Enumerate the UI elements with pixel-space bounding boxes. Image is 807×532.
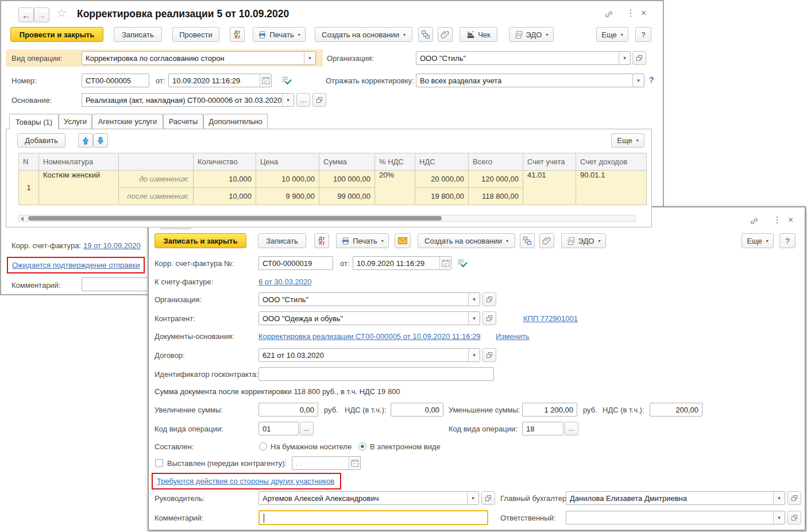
reflect-help-icon[interactable]: ?: [649, 75, 654, 84]
close-icon[interactable]: ×: [788, 215, 793, 225]
head-select[interactable]: Артемов Алексей Александрович ▾: [258, 491, 479, 505]
cell-total-after[interactable]: 118 800,00: [469, 188, 523, 205]
cell-sum-before[interactable]: 100 000,00: [319, 171, 375, 188]
tab-services[interactable]: Услуги: [59, 114, 92, 129]
cell-account[interactable]: 41.01: [523, 171, 576, 205]
chevron-down-icon[interactable]: ▾: [468, 293, 480, 306]
table-row[interactable]: 1 Костюм женский до изменения: 10,000 10…: [19, 171, 647, 188]
number-input[interactable]: СТ00-000005: [82, 74, 149, 87]
date-input[interactable]: 10.09.2020 11:16:29: [168, 74, 272, 87]
chevron-down-icon[interactable]: ▾: [773, 492, 785, 504]
send-email-button[interactable]: [395, 233, 411, 248]
basis-select[interactable]: Реализация (акт, накладная) СТ00-000006 …: [82, 93, 294, 107]
chevron-down-icon[interactable]: ▾: [467, 492, 478, 504]
basis-document-link[interactable]: Корректировка реализации СТ00-000005 от …: [258, 332, 481, 341]
chevron-down-icon[interactable]: ▾: [304, 52, 315, 64]
print-button[interactable]: Печать▾: [253, 27, 306, 42]
chevron-down-icon[interactable]: ▾: [282, 94, 294, 106]
radio-electronic[interactable]: [358, 442, 366, 450]
op-code-decrease-choose-button[interactable]: ...: [565, 422, 578, 435]
counterparty-select[interactable]: ООО "Одежда и обувь" ▾: [258, 311, 480, 325]
window-menu-dots-icon[interactable]: ⋮: [773, 215, 782, 225]
more-button[interactable]: Еще▾: [742, 233, 774, 248]
cell-vat-before[interactable]: 20 000,00: [415, 171, 469, 188]
related-documents-button[interactable]: [520, 233, 535, 248]
horizontal-scrollbar[interactable]: [18, 215, 636, 222]
save-and-close-button[interactable]: Записать и закрыть: [155, 233, 246, 248]
help-button[interactable]: ?: [635, 27, 651, 42]
chief-accountant-open-button[interactable]: [787, 491, 801, 505]
scroll-left-icon[interactable]: [21, 217, 24, 221]
window-menu-dots-icon[interactable]: ⋮: [626, 9, 635, 18]
list-more-button[interactable]: Еще▾: [611, 133, 644, 148]
to-invoice-link[interactable]: 6 от 30.03.2020: [258, 277, 311, 286]
vat-incl-increase-input[interactable]: 0,00: [391, 403, 443, 417]
cell-price-after[interactable]: 9 900,00: [256, 188, 319, 205]
help-button[interactable]: ?: [779, 233, 796, 248]
comment-input[interactable]: [258, 510, 488, 525]
add-row-button[interactable]: Добавить: [17, 133, 65, 148]
increase-sum-input[interactable]: 0,00: [258, 403, 318, 417]
chevron-down-icon[interactable]: ▾: [468, 349, 480, 361]
get-link-icon[interactable]: [750, 217, 759, 226]
operation-type-select[interactable]: Корректировка по согласованию сторон ▾: [82, 51, 316, 65]
corr-invoice-link[interactable]: 19 от 10.09.2020: [83, 241, 141, 250]
print-button[interactable]: Печать▾: [336, 233, 389, 248]
contract-select[interactable]: 621 от 10.03.2020 ▾: [258, 348, 480, 362]
edo-button[interactable]: ЭДО▾: [509, 27, 554, 42]
post-button[interactable]: Провести: [172, 27, 219, 42]
chevron-down-icon[interactable]: ▾: [773, 511, 785, 524]
date-input[interactable]: 10.09.2020 11:16:29: [353, 256, 451, 270]
related-documents-button[interactable]: [418, 27, 433, 42]
issued-checkbox[interactable]: [155, 459, 163, 467]
contract-open-button[interactable]: [482, 348, 496, 362]
save-button[interactable]: Записать: [258, 233, 306, 248]
post-and-close-button[interactable]: Провести и закрыть: [10, 27, 103, 42]
organization-select[interactable]: ООО "Стиль" ▾: [416, 51, 631, 65]
cell-price-before[interactable]: 10 000,00: [256, 171, 319, 188]
responsible-select[interactable]: ▾: [566, 511, 785, 525]
show-postings-button[interactable]: ДтКт: [314, 233, 329, 248]
cell-vat-after[interactable]: 19 800,00: [415, 188, 469, 205]
set-posted-status-button[interactable]: [456, 257, 468, 269]
chevron-down-icon[interactable]: ▾: [632, 74, 644, 87]
change-basis-link[interactable]: Изменить: [496, 332, 530, 341]
edo-status-link[interactable]: Ожидается подтверждение отправки: [12, 261, 140, 269]
tab-additional[interactable]: Дополнительно: [203, 114, 268, 129]
kpp-link[interactable]: КПП 772901001: [523, 314, 578, 323]
op-code-increase-choose-button[interactable]: ...: [300, 422, 314, 435]
tab-goods[interactable]: Товары (1): [9, 114, 59, 129]
gov-contract-id-input[interactable]: [258, 367, 494, 381]
chevron-down-icon[interactable]: ▾: [619, 52, 630, 64]
calendar-button[interactable]: [439, 257, 451, 269]
cell-total-before[interactable]: 120 000,00: [469, 171, 523, 188]
get-link-icon[interactable]: [604, 10, 613, 19]
counterparty-open-button[interactable]: [482, 311, 496, 325]
vat-incl-decrease-input[interactable]: 200,00: [650, 403, 702, 417]
cell-vat-rate[interactable]: 20%: [375, 171, 415, 205]
issued-date-input[interactable]: . .: [292, 456, 361, 470]
check-button[interactable]: Чек: [460, 27, 497, 42]
calendar-button[interactable]: [349, 457, 360, 469]
corr-invoice-number-input[interactable]: СТ00-0000019: [258, 256, 333, 270]
tab-agent-services[interactable]: Агентские услуги: [92, 114, 163, 129]
cell-item[interactable]: Костюм женский: [39, 171, 119, 205]
cell-qty-before[interactable]: 10,000: [194, 171, 256, 188]
forward-button[interactable]: →: [34, 7, 49, 22]
save-button[interactable]: Записать: [114, 27, 162, 42]
responsible-open-button[interactable]: [787, 511, 801, 525]
cell-qty-after[interactable]: 10,000: [194, 188, 256, 205]
attachments-button[interactable]: [438, 27, 453, 42]
more-button[interactable]: Еще▾: [596, 27, 628, 42]
organization-select[interactable]: ООО "Стиль" ▾: [258, 292, 480, 306]
create-based-on-button[interactable]: Создать на основании▾: [315, 27, 412, 42]
reflect-adjustment-select[interactable]: Во всех разделах учета ▾: [416, 74, 644, 87]
edo-status-link[interactable]: Требуются действия со стороны других уча…: [157, 477, 334, 485]
basis-open-button[interactable]: [312, 93, 326, 107]
basis-choose-button[interactable]: ...: [296, 93, 310, 107]
head-open-button[interactable]: [481, 491, 495, 505]
attachments-button[interactable]: [539, 233, 554, 248]
cell-sum-after[interactable]: 99 000,00: [319, 188, 375, 205]
chief-accountant-select[interactable]: Данилова Елизавета Дмитриевна ▾: [566, 491, 785, 505]
scrollbar-thumb[interactable]: [28, 216, 442, 221]
